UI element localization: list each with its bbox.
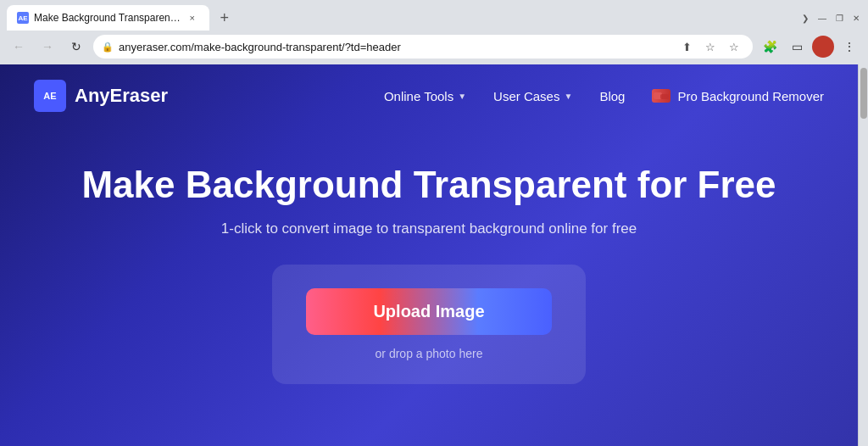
minimize-button[interactable]: —	[817, 13, 827, 23]
upload-zone[interactable]: Upload Image or drop a photo here	[272, 265, 586, 384]
forward-button[interactable]: →	[36, 35, 59, 59]
logo-icon: AE	[34, 80, 66, 112]
browser-window: AE Make Background Transparen… × + ❯ — ❐…	[0, 0, 868, 446]
back-button[interactable]: ←	[7, 35, 31, 59]
extensions-icon[interactable]: 🧩	[758, 35, 782, 59]
site-logo[interactable]: AE AnyEraser	[34, 80, 168, 112]
website-content: AE AnyEraser Online Tools ▼ User Cases ▼…	[0, 64, 858, 446]
upload-image-button[interactable]: Upload Image	[306, 288, 552, 335]
title-bar: AE Make Background Transparen… × + ❯ — ❐…	[0, 0, 868, 31]
tab-title: Make Background Transparen…	[34, 12, 181, 24]
share-icon[interactable]: ⬆	[676, 36, 697, 57]
hero-section: Make Background Transparent for Free 1-c…	[0, 127, 858, 446]
scrollbar-thumb[interactable]	[860, 68, 867, 119]
tab-bar: AE Make Background Transparen… × +	[7, 5, 236, 31]
url-action-buttons: ⬆ ☆ ☆	[676, 36, 744, 57]
window-controls: ❯ — ❐ ✕	[800, 13, 861, 23]
blog-nav-item[interactable]: Blog	[599, 89, 625, 103]
chevron-down-icon: ▼	[458, 92, 466, 101]
svg-rect-1	[660, 94, 669, 99]
url-text: anyeraser.com/make-background-transparen…	[119, 41, 671, 53]
tab-close-button[interactable]: ×	[186, 11, 199, 25]
hero-title: Make Background Transparent for Free	[81, 164, 776, 207]
nav-links: Online Tools ▼ User Cases ▼ Blog	[384, 89, 824, 103]
lock-icon: 🔒	[102, 42, 114, 53]
user-cases-nav-item[interactable]: User Cases ▼	[493, 89, 572, 103]
maximize-button[interactable]: ❐	[834, 13, 844, 23]
online-tools-nav-item[interactable]: Online Tools ▼	[384, 89, 466, 103]
sidebar-icon[interactable]: ▭	[785, 35, 809, 59]
menu-icon[interactable]: ⋮	[837, 35, 861, 59]
tab-favicon: AE	[17, 12, 29, 24]
address-bar: ← → ↻ 🔒 anyeraser.com/make-background-tr…	[0, 31, 868, 64]
hero-subtitle: 1-click to convert image to transparent …	[221, 220, 637, 237]
pro-icon	[652, 89, 670, 103]
site-navigation: AE AnyEraser Online Tools ▼ User Cases ▼…	[0, 64, 858, 127]
content-area: AE AnyEraser Online Tools ▼ User Cases ▼…	[0, 64, 868, 446]
drop-text: or drop a photo here	[376, 347, 483, 360]
url-bar[interactable]: 🔒 anyeraser.com/make-background-transpar…	[93, 35, 753, 59]
logo-text: AnyEraser	[75, 85, 168, 107]
reload-button[interactable]: ↻	[64, 35, 88, 59]
active-tab[interactable]: AE Make Background Transparen… ×	[7, 5, 209, 31]
chevron-down-icon[interactable]: ❯	[800, 13, 810, 23]
bookmark-icon[interactable]: ☆	[700, 36, 721, 57]
pro-nav-item[interactable]: Pro Background Remover	[652, 89, 824, 103]
close-window-button[interactable]: ✕	[851, 13, 861, 23]
browser-action-buttons: 🧩 ▭ ⋮	[758, 35, 861, 59]
scrollbar[interactable]	[858, 64, 868, 446]
new-tab-button[interactable]: +	[213, 6, 236, 30]
chevron-down-icon: ▼	[564, 92, 572, 101]
bookmark2-icon[interactable]: ☆	[724, 36, 744, 57]
profile-avatar[interactable]	[812, 36, 834, 58]
